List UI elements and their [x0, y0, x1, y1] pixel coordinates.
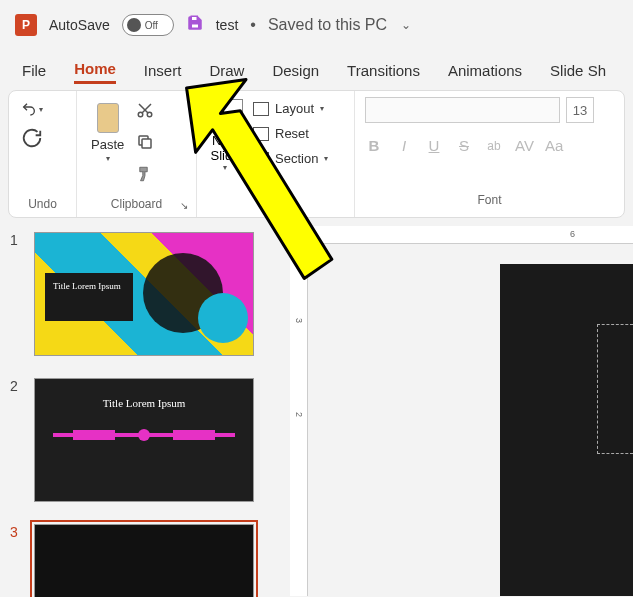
undo-button[interactable]: ▾ [21, 101, 43, 117]
paste-button[interactable]: Paste ▾ [85, 95, 130, 167]
dot-separator: • [250, 16, 256, 34]
group-undo: ▾ Undo [9, 91, 77, 217]
toggle-knob [127, 18, 141, 32]
tab-animations[interactable]: Animations [448, 58, 522, 83]
new-slide-icon: + [207, 99, 243, 131]
ribbon: ▾ Undo Paste ▾ Clipboard↘ [8, 90, 625, 218]
dialog-launcher-icon[interactable]: ↘ [180, 200, 188, 211]
tab-insert[interactable]: Insert [144, 58, 182, 83]
group-label-clipboard: Clipboard↘ [85, 193, 188, 215]
section-button[interactable]: Section▾ [253, 151, 328, 166]
tab-slideshow[interactable]: Slide Sh [550, 58, 606, 83]
layout-button[interactable]: Layout▾ [253, 101, 328, 116]
copy-button[interactable] [136, 133, 154, 155]
italic-button[interactable]: I [395, 137, 413, 154]
horizontal-ruler[interactable]: 6 [310, 226, 633, 244]
cut-button[interactable] [136, 101, 154, 123]
shadow-button[interactable]: ab [485, 139, 503, 153]
layout-icon [253, 102, 269, 116]
work-area: 1 Title Lorem Ipsum 2 Title Lorem Ipsum … [0, 226, 633, 596]
autosave-toggle[interactable]: Off [122, 14, 174, 36]
tab-draw[interactable]: Draw [209, 58, 244, 83]
svg-rect-0 [191, 16, 197, 21]
slide-thumbnails: 1 Title Lorem Ipsum 2 Title Lorem Ipsum … [0, 226, 290, 596]
chevron-down-icon[interactable]: ▾ [106, 154, 110, 163]
reset-icon [253, 127, 269, 141]
section-icon [253, 152, 269, 166]
slide-thumbnail-1[interactable]: Title Lorem Ipsum [34, 232, 254, 356]
svg-rect-1 [191, 23, 199, 28]
chevron-down-icon[interactable]: ▾ [39, 105, 43, 114]
group-label-slides: Slides [205, 193, 346, 215]
chevron-down-icon[interactable]: ▾ [223, 163, 227, 172]
slide1-title: Title Lorem Ipsum [45, 273, 133, 321]
thumb-number: 2 [10, 378, 24, 502]
powerpoint-app-icon: P [15, 14, 37, 36]
group-slides: + New Slide ▾ Layout▾ Reset Section▾ Sli… [197, 91, 355, 217]
new-slide-button[interactable]: + New Slide ▾ [205, 95, 245, 176]
tab-transitions[interactable]: Transitions [347, 58, 420, 83]
tab-file[interactable]: File [22, 58, 46, 83]
tab-design[interactable]: Design [272, 58, 319, 83]
font-size-input[interactable] [566, 97, 594, 123]
clipboard-icon [93, 99, 123, 135]
placeholder-box[interactable] [597, 324, 633, 454]
editor-area: 6 3 2 [290, 226, 633, 596]
new-slide-label1: New [212, 133, 238, 148]
svg-rect-4 [142, 139, 151, 148]
slide-thumbnail-3[interactable] [34, 524, 254, 597]
bold-button[interactable]: B [365, 137, 383, 154]
underline-button[interactable]: U [425, 137, 443, 154]
thumb-number: 1 [10, 232, 24, 356]
slide-thumbnail-2[interactable]: Title Lorem Ipsum [34, 378, 254, 502]
document-name[interactable]: test [216, 17, 239, 33]
group-label-undo: Undo [17, 193, 68, 215]
thumb-number: 3 [10, 524, 24, 597]
font-name-input[interactable] [365, 97, 560, 123]
vertical-ruler[interactable]: 3 2 [290, 244, 308, 596]
saved-status[interactable]: Saved to this PC [268, 16, 387, 34]
reset-button[interactable]: Reset [253, 126, 328, 141]
group-font: B I U S ab AV Aa Font [355, 91, 624, 217]
title-bar: P AutoSave Off test • Saved to this PC ⌄ [0, 0, 633, 50]
group-label-font: Font [365, 189, 614, 211]
chevron-down-icon[interactable]: ⌄ [401, 18, 411, 32]
strikethrough-button[interactable]: S [455, 137, 473, 154]
format-painter-button[interactable] [136, 165, 154, 187]
group-clipboard: Paste ▾ Clipboard↘ [77, 91, 197, 217]
tab-home[interactable]: Home [74, 56, 116, 84]
autosave-label: AutoSave [49, 17, 110, 33]
slide-canvas[interactable] [500, 264, 633, 596]
save-icon[interactable] [186, 14, 204, 37]
autosave-state: Off [145, 20, 158, 31]
slide2-title: Title Lorem Ipsum [35, 397, 253, 409]
redo-button[interactable] [21, 127, 43, 153]
paste-label: Paste [91, 137, 124, 152]
ribbon-tabs: File Home Insert Draw Design Transitions… [0, 50, 633, 90]
new-slide-label2: Slide [211, 148, 240, 163]
char-spacing-button[interactable]: AV [515, 137, 533, 154]
change-case-button[interactable]: Aa [545, 137, 563, 154]
